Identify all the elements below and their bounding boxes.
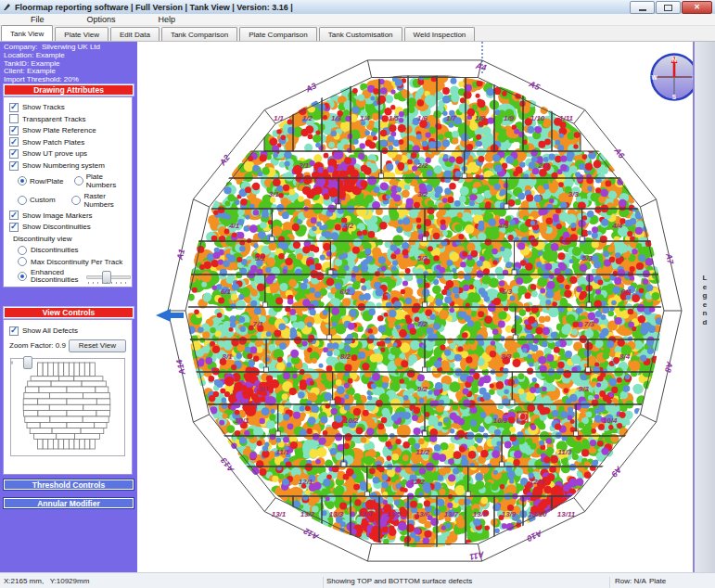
radio-row: CustomRaster Numbers — [18, 192, 132, 209]
annular-label-A8: A8 — [663, 360, 675, 373]
show-all-defects-checkbox[interactable]: Show All Defects — [9, 326, 132, 336]
legend-letter: e — [695, 300, 715, 310]
radio-circle — [18, 246, 27, 255]
show-image-markers-checkbox[interactable]: Show Image Markers — [9, 211, 132, 220]
plate-label-1/2: 1/2 — [302, 114, 313, 122]
legend-letter: L — [695, 274, 715, 283]
compass-icon: N S W E — [648, 51, 693, 103]
legend-letter: g — [695, 291, 715, 300]
tab-weld-inspection[interactable]: Weld Inspection — [404, 27, 476, 41]
reset-view-button[interactable]: Reset View — [69, 339, 126, 352]
checkbox-box — [9, 114, 19, 123]
row-plate-label: Row/Plate — [30, 177, 63, 185]
show-all-defects-label: Show All Defects — [22, 326, 78, 335]
show-patch-plates-checkbox[interactable]: Show Patch Plates — [9, 137, 132, 147]
plate-label-13/6: 13/6 — [415, 510, 430, 518]
tab-plate-comparison[interactable]: Plate Comparison — [239, 27, 317, 41]
tab-bar: Tank ViewPlate ViewEdit DataTank Compari… — [0, 26, 715, 42]
show-discontinuities-checkbox[interactable]: Show Discontinuities — [9, 223, 132, 232]
transparent-tracks-checkbox[interactable]: Transparent Tracks — [9, 114, 132, 123]
plate-label-9/3: 9/3 — [579, 385, 590, 393]
compass-west-label: W — [651, 74, 658, 81]
plate-label-1/7: 1/7 — [446, 114, 457, 122]
max-discontinuity-per-track-radio[interactable]: Max Discontinuity Per Track — [18, 257, 132, 266]
plate-label-7/1: 7/1 — [253, 320, 264, 328]
annular-modifier-button[interactable]: Annular Modifier — [3, 497, 134, 509]
annular-label-A14: A14 — [174, 359, 187, 377]
tab-tank-customisation[interactable]: Tank Customisation — [319, 27, 402, 41]
enhanced-discontinuities-radio[interactable]: Enhanced Discontinuities — [18, 269, 132, 285]
plate-label-11/1: 11/1 — [275, 448, 290, 456]
view-controls-header: View Controls — [3, 306, 134, 319]
row-plate-radio[interactable]: Row/Plate — [18, 176, 70, 185]
radio-circle — [18, 196, 27, 205]
plate-label-7/2: 7/2 — [417, 320, 428, 328]
plate-label-1/3: 1/3 — [331, 114, 342, 122]
discontinuities-label: Discontinuities — [31, 246, 79, 254]
raster-numbers-radio[interactable]: Raster Numbers — [71, 192, 132, 209]
checkbox-box — [9, 211, 19, 220]
show-discontinuities-label: Show Discontinuities — [22, 223, 91, 231]
threshold-controls-button[interactable]: Threshold Controls — [3, 479, 134, 491]
checkbox-box — [9, 326, 19, 336]
setting-label: Setting: 10 — [70, 286, 132, 288]
status-coordinates: X:2165 mm, Y:10929mm — [4, 577, 89, 585]
checkbox-box — [9, 126, 19, 135]
plate-label-9/2: 9/2 — [417, 385, 428, 393]
plate-label-10/4: 10/4 — [603, 416, 618, 425]
plate-label-5/3: 5/3 — [582, 254, 594, 262]
plate-label-8/1: 8/1 — [222, 352, 233, 361]
checkbox-box — [9, 149, 19, 159]
status-surface-mode: Showing TOP and BOTTOM surface defects — [326, 577, 472, 585]
close-button[interactable]: ✕ — [682, 1, 712, 14]
annular-label-A1: A1 — [174, 248, 186, 261]
enhanced-discontinuities-slider[interactable] — [86, 270, 131, 284]
tab-tank-comparison[interactable]: Tank Comparison — [161, 27, 237, 41]
legend-strip[interactable]: Legend — [693, 42, 715, 572]
plate-label-11/3: 11/3 — [557, 448, 572, 456]
menu-help[interactable]: Help — [137, 15, 198, 24]
radio-circle — [18, 272, 27, 281]
plate-label-12/3: 12/3 — [530, 478, 544, 486]
plate-label-1/8: 1/8 — [475, 114, 486, 122]
radio-row: Row/PlatePlate Numbers — [18, 173, 132, 189]
slider-thumb[interactable] — [23, 356, 32, 369]
compass-north-label: N — [672, 57, 677, 63]
custom-radio[interactable]: Custom — [18, 196, 68, 205]
menu-options[interactable]: Options — [66, 15, 137, 24]
plate-numbers-radio[interactable]: Plate Numbers — [74, 173, 132, 189]
annular-label-A13: A13 — [219, 456, 236, 475]
plate-label-13/2: 13/2 — [300, 510, 315, 518]
discontinuity-view-label: Discontinuity view — [13, 235, 132, 243]
status-plate: Plate — [649, 577, 666, 585]
plate-label-1/6: 1/6 — [417, 114, 428, 122]
minimize-button[interactable] — [630, 1, 655, 14]
annular-label-A5: A5 — [527, 79, 543, 93]
checkbox-box — [9, 223, 19, 232]
discontinuities-radio[interactable]: Discontinuities — [18, 246, 132, 255]
zoom-factor-label: Zoom Factor: 0.9 — [9, 341, 66, 350]
show-numbering-system-checkbox[interactable]: Show Numbering system — [9, 161, 132, 171]
tab-edit-data[interactable]: Edit Data — [110, 27, 160, 41]
status-bar: X:2165 mm, Y:10929mm Showing TOP and BOT… — [0, 572, 715, 588]
tank-minimap[interactable] — [10, 358, 125, 456]
radio-circle — [71, 196, 81, 205]
tab-plate-view[interactable]: Plate View — [55, 27, 109, 41]
tank-view-canvas[interactable]: 1/11/21/31/41/51/61/71/81/91/101/112/12/… — [137, 42, 693, 572]
show-tracks-checkbox[interactable]: Show Tracks — [9, 103, 132, 112]
plate-label-5/1: 5/1 — [255, 254, 266, 262]
menu-file[interactable]: File — [9, 15, 66, 24]
menu-bar: FileOptionsHelp — [0, 14, 715, 26]
tank-info: Company: Silverwing UK LtdLocation: Exam… — [0, 42, 137, 84]
show-ut-prove-ups-checkbox[interactable]: Show UT prove ups — [9, 149, 132, 159]
checkbox-box — [9, 161, 19, 171]
title-bar: Floormap reporting software | Full Versi… — [0, 0, 715, 15]
annular-label-A9: A9 — [609, 464, 624, 479]
plate-label-9/1: 9/1 — [259, 385, 270, 393]
tab-tank-view[interactable]: Tank View — [1, 25, 53, 41]
transparent-tracks-label: Transparent Tracks — [22, 115, 86, 123]
show-plate-reference-checkbox[interactable]: Show Plate Reference — [9, 126, 132, 135]
max-discontinuity-per-track-label: Max Discontinuity Per Track — [31, 258, 122, 266]
restore-button[interactable] — [656, 1, 681, 14]
custom-label: Custom — [30, 196, 56, 204]
